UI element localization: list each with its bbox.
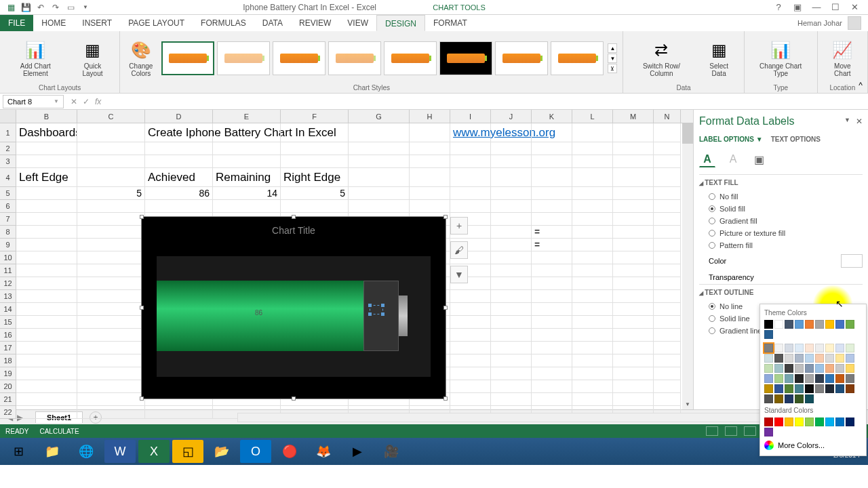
color-swatch[interactable] [846,374,854,383]
cell-L2[interactable] [572,142,613,155]
cell-L11[interactable] [572,264,613,277]
color-swatch[interactable] [764,330,773,339]
color-swatch[interactable] [785,364,793,373]
cell-C2[interactable] [77,142,145,155]
cell-N21[interactable] [654,393,681,406]
color-swatch[interactable] [764,344,773,352]
cell-C5[interactable]: 5 [77,187,145,200]
cell-K17[interactable] [532,342,572,354]
no-fill-radio[interactable]: No fill [699,190,863,203]
formula-input[interactable] [108,95,868,108]
color-swatch[interactable] [815,354,824,363]
select-data-button[interactable]: ▦Select Data [699,38,738,79]
cell-D3[interactable] [145,155,213,168]
tab-view[interactable]: VIEW [339,15,376,31]
cell-C13[interactable] [77,290,145,303]
color-swatch[interactable] [785,394,793,403]
cell-L6[interactable] [572,200,613,213]
cell-L10[interactable] [572,251,613,264]
cell-B5[interactable] [16,187,77,200]
cell-M10[interactable] [613,251,654,264]
color-swatch[interactable] [764,428,773,436]
cell-C3[interactable] [77,155,145,168]
cell-I5[interactable] [450,187,491,200]
cell-C12[interactable] [77,277,145,290]
col-header-M[interactable]: M [613,110,654,123]
col-header-L[interactable]: L [572,110,613,123]
cell-L5[interactable] [572,187,613,200]
taskbar-outlook-icon[interactable]: O [240,440,271,463]
cell-M17[interactable] [613,342,654,354]
row-header-3[interactable]: 3 [0,155,16,168]
row-header-19[interactable]: 19 [0,367,16,380]
cell-I1[interactable]: www.myelesson.org [450,123,491,142]
cell-K9[interactable]: = [532,239,572,251]
select-all-corner[interactable] [0,110,16,123]
cell-K21[interactable] [532,393,572,406]
color-swatch[interactable] [764,364,773,373]
col-header-E[interactable]: E [213,110,281,123]
text-fill-section[interactable]: TEXT FILL [699,174,863,190]
col-header-D[interactable]: D [145,110,213,123]
color-swatch[interactable] [835,354,844,363]
fx-icon[interactable]: fx [95,97,101,106]
row-header-4[interactable]: 4 [0,168,16,187]
cell-K15[interactable] [532,316,572,329]
row-header-9[interactable]: 9 [0,239,16,251]
cell-J4[interactable] [491,168,532,187]
avatar[interactable] [848,16,861,30]
color-swatch[interactable] [846,364,854,373]
text-outline-section[interactable]: TEXT OUTLINE [699,284,863,300]
pattern-fill-radio[interactable]: Pattern fill [699,239,863,251]
text-effects-icon[interactable]: A [725,151,741,167]
taskbar-file-explorer-icon[interactable]: 📁 [37,440,68,463]
tab-format[interactable]: FORMAT [425,15,475,31]
color-swatch[interactable] [774,374,783,383]
cell-M13[interactable] [613,290,654,303]
gallery-more-icon[interactable]: ⊻ [608,64,617,73]
ribbon-options-icon[interactable]: ▣ [792,2,803,13]
cell-B16[interactable] [16,329,77,342]
cell-L15[interactable] [572,316,613,329]
cell-N19[interactable] [654,367,681,380]
cell-N3[interactable] [654,155,681,168]
cell-K8[interactable]: = [532,226,572,239]
cell-D22[interactable] [145,406,213,419]
cell-D4[interactable]: Achieved [145,168,213,187]
maximize-icon[interactable]: ☐ [830,2,841,13]
cell-M5[interactable] [613,187,654,200]
color-swatch[interactable] [805,384,814,393]
taskbar-app2-icon[interactable]: 🎥 [376,440,407,463]
cell-N14[interactable] [654,303,681,316]
cell-L20[interactable] [572,380,613,393]
remaining-bar[interactable] [363,281,399,351]
row-header-1[interactable]: 1 [0,123,16,142]
cell-C11[interactable] [77,264,145,277]
color-swatch[interactable] [815,384,824,393]
cell-J8[interactable] [491,226,532,239]
cell-L8[interactable] [572,226,613,239]
color-swatch[interactable] [835,320,844,329]
color-swatch[interactable] [764,354,773,363]
cell-C6[interactable] [77,200,145,213]
color-swatch[interactable] [764,418,773,426]
cell-K19[interactable] [532,367,572,380]
row-header-7[interactable]: 7 [0,213,16,226]
cell-F4[interactable]: Right Edge [281,168,349,187]
tab-file[interactable]: FILE [0,15,33,31]
color-swatch[interactable] [764,320,773,329]
color-swatch[interactable] [764,374,773,383]
chart-style-4[interactable] [328,41,381,75]
cell-C1[interactable] [77,123,145,142]
cell-M6[interactable] [613,200,654,213]
cell-J18[interactable] [491,354,532,367]
cell-K2[interactable] [532,142,572,155]
cell-J9[interactable] [491,239,532,251]
cell-J14[interactable] [491,303,532,316]
cell-C18[interactable] [77,354,145,367]
row-header-5[interactable]: 5 [0,187,16,200]
color-swatch[interactable] [774,344,783,352]
change-colors-button[interactable]: 🎨Change Colors [125,38,156,79]
taskbar-excel-icon[interactable]: X [138,440,170,463]
cell-J5[interactable] [491,187,532,200]
